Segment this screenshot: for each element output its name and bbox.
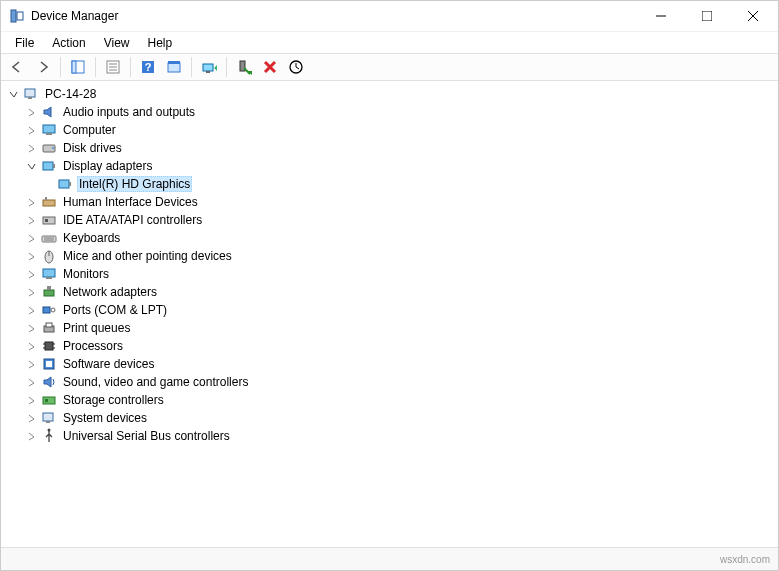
chevron-right-icon[interactable]	[25, 286, 37, 298]
menu-action[interactable]: Action	[44, 34, 93, 52]
enable-device-button[interactable]	[232, 55, 256, 79]
svg-rect-32	[43, 200, 55, 206]
tree-label: Network adapters	[61, 285, 159, 299]
tree-node-computer[interactable]: Computer	[1, 121, 778, 139]
update-driver-button[interactable]	[197, 55, 221, 79]
tree-label: PC-14-28	[43, 87, 98, 101]
svg-rect-24	[43, 125, 55, 133]
monitor-icon	[41, 122, 57, 138]
tree-node-mice[interactable]: Mice and other pointing devices	[1, 247, 778, 265]
chevron-right-icon[interactable]	[25, 340, 37, 352]
tree-node-storage[interactable]: Storage controllers	[1, 391, 778, 409]
chevron-right-icon[interactable]	[25, 214, 37, 226]
action-button[interactable]	[162, 55, 186, 79]
storage-icon	[41, 392, 57, 408]
chevron-right-icon[interactable]	[25, 358, 37, 370]
svg-rect-48	[46, 323, 52, 327]
properties-button[interactable]	[101, 55, 125, 79]
tree-label: Sound, video and game controllers	[61, 375, 250, 389]
svg-point-27	[52, 147, 54, 149]
chevron-right-icon[interactable]	[25, 394, 37, 406]
chevron-down-icon[interactable]	[25, 160, 37, 172]
svg-rect-55	[46, 361, 52, 367]
window-title: Device Manager	[31, 9, 638, 23]
maximize-button[interactable]	[684, 1, 730, 31]
tree-label: Storage controllers	[61, 393, 166, 407]
menubar: File Action View Help	[1, 31, 778, 53]
titlebar: Device Manager	[1, 1, 778, 31]
tree-node-network[interactable]: Network adapters	[1, 283, 778, 301]
chevron-right-icon[interactable]	[25, 268, 37, 280]
svg-rect-44	[47, 286, 51, 290]
tree-node-ide[interactable]: IDE ATA/ATAPI controllers	[1, 211, 778, 229]
menu-help[interactable]: Help	[140, 34, 181, 52]
chevron-right-icon[interactable]	[25, 196, 37, 208]
statusbar: wsxdn.com	[1, 548, 778, 570]
chevron-right-icon[interactable]	[25, 142, 37, 154]
tree-node-processors[interactable]: Processors	[1, 337, 778, 355]
chevron-right-icon[interactable]	[25, 322, 37, 334]
tree-node-keyboards[interactable]: Keyboards	[1, 229, 778, 247]
tree-node-audio[interactable]: Audio inputs and outputs	[1, 103, 778, 121]
usb-icon	[41, 428, 57, 444]
tree-label-selected: Intel(R) HD Graphics	[77, 176, 192, 192]
tree-node-disk[interactable]: Disk drives	[1, 139, 778, 157]
software-icon	[41, 356, 57, 372]
toolbar-separator	[226, 57, 227, 77]
tree-label: Mice and other pointing devices	[61, 249, 234, 263]
tree-node-root[interactable]: PC-14-28	[1, 85, 778, 103]
tree-label: Human Interface Devices	[61, 195, 200, 209]
svg-rect-43	[44, 290, 54, 296]
show-hide-tree-button[interactable]	[66, 55, 90, 79]
tree-node-printq[interactable]: Print queues	[1, 319, 778, 337]
svg-rect-23	[28, 97, 32, 99]
mouse-icon	[41, 248, 57, 264]
chevron-right-icon[interactable]	[25, 304, 37, 316]
audio-icon	[41, 104, 57, 120]
sound-icon	[41, 374, 57, 390]
uninstall-device-button[interactable]	[258, 55, 282, 79]
tree-node-intel-hd[interactable]: Intel(R) HD Graphics	[1, 175, 778, 193]
tree-label: Processors	[61, 339, 125, 353]
chevron-right-icon[interactable]	[25, 250, 37, 262]
disk-icon	[41, 140, 57, 156]
tree-node-software[interactable]: Software devices	[1, 355, 778, 373]
help-button[interactable]: ?	[136, 55, 160, 79]
tree-label: Universal Serial Bus controllers	[61, 429, 232, 443]
svg-rect-31	[69, 182, 71, 186]
chevron-right-icon[interactable]	[25, 430, 37, 442]
tree-label: Disk drives	[61, 141, 124, 155]
chevron-right-icon[interactable]	[25, 106, 37, 118]
svg-rect-36	[42, 236, 56, 242]
tree-label: Audio inputs and outputs	[61, 105, 197, 119]
chevron-right-icon[interactable]	[25, 376, 37, 388]
back-button[interactable]	[5, 55, 29, 79]
device-tree[interactable]: PC-14-28 Audio inputs and outputs Comput…	[1, 81, 778, 548]
chevron-right-icon[interactable]	[25, 124, 37, 136]
chevron-down-icon[interactable]	[7, 88, 19, 100]
menu-file[interactable]: File	[7, 34, 42, 52]
tree-node-sound[interactable]: Sound, video and game controllers	[1, 373, 778, 391]
minimize-button[interactable]	[638, 1, 684, 31]
scan-hardware-button[interactable]	[284, 55, 308, 79]
tree-node-display[interactable]: Display adapters	[1, 157, 778, 175]
tree-label: Keyboards	[61, 231, 122, 245]
chevron-right-icon[interactable]	[25, 412, 37, 424]
svg-rect-15	[168, 61, 180, 64]
tree-node-monitors[interactable]: Monitors	[1, 265, 778, 283]
display-adapter-icon	[57, 176, 73, 192]
svg-text:?: ?	[145, 61, 152, 73]
tree-node-system[interactable]: System devices	[1, 409, 778, 427]
watermark-text: wsxdn.com	[720, 554, 770, 565]
chevron-right-icon[interactable]	[25, 232, 37, 244]
close-button[interactable]	[730, 1, 776, 31]
tree-node-ports[interactable]: Ports (COM & LPT)	[1, 301, 778, 319]
forward-button[interactable]	[31, 55, 55, 79]
tree-label: System devices	[61, 411, 149, 425]
tree-node-hid[interactable]: Human Interface Devices	[1, 193, 778, 211]
svg-rect-56	[43, 397, 55, 404]
port-icon	[41, 302, 57, 318]
menu-view[interactable]: View	[96, 34, 138, 52]
svg-rect-28	[43, 162, 53, 170]
tree-node-usb[interactable]: Universal Serial Bus controllers	[1, 427, 778, 445]
